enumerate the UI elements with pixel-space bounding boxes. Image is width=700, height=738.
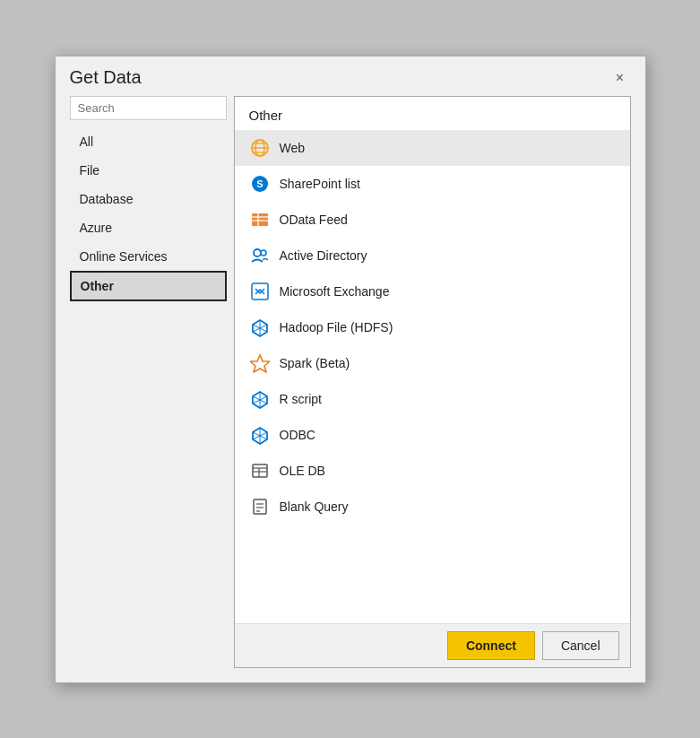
sharepoint-icon: S <box>249 173 271 195</box>
active-directory-icon <box>249 245 271 266</box>
sidebar-item-other[interactable]: Other <box>70 271 227 301</box>
list-item-sharepoint[interactable]: S SharePoint list <box>235 166 630 202</box>
hadoop-icon <box>249 317 271 338</box>
item-list: Web S SharePoint list <box>235 130 630 623</box>
content-panel: Other Web <box>234 96 631 668</box>
list-item-label-web: Web <box>280 141 306 155</box>
connect-button[interactable]: Connect <box>447 631 535 660</box>
odata-icon <box>249 209 271 230</box>
list-item-ole-db[interactable]: OLE DB <box>235 453 630 489</box>
list-item-r-script[interactable]: R script <box>235 381 630 417</box>
list-item-label-spark: Spark (Beta) <box>280 356 350 370</box>
list-item-label-active-directory: Active Directory <box>280 248 367 263</box>
list-item-label-odbc: ODBC <box>280 428 315 442</box>
list-item-web[interactable]: Web <box>235 130 630 166</box>
svg-rect-27 <box>253 465 267 477</box>
list-item-active-directory[interactable]: Active Directory <box>235 238 630 273</box>
search-input[interactable] <box>70 96 227 120</box>
dialog-body: All File Database Azure Online Services … <box>56 96 645 682</box>
list-item-blank-query[interactable]: Blank Query <box>235 489 630 525</box>
blank-query-icon <box>249 496 271 517</box>
list-item-label-r-script: R script <box>280 392 322 406</box>
list-item-label-hadoop: Hadoop File (HDFS) <box>280 320 393 334</box>
ole-db-icon <box>249 460 271 482</box>
odbc-icon <box>249 424 271 446</box>
list-item-odbc[interactable]: ODBC <box>235 417 630 453</box>
close-button[interactable]: × <box>609 67 631 89</box>
get-data-dialog: Get Data × All File Database Azure Onlin… <box>55 56 646 683</box>
svg-marker-18 <box>250 355 270 372</box>
sidebar-item-database[interactable]: Database <box>70 185 227 213</box>
list-item-label-sharepoint: SharePoint list <box>280 177 360 191</box>
sidebar-item-all[interactable]: All <box>70 127 227 156</box>
web-icon <box>249 137 271 159</box>
list-item-spark[interactable]: Spark (Beta) <box>235 345 630 381</box>
dialog-titlebar: Get Data × <box>56 56 645 96</box>
exchange-icon <box>249 281 271 302</box>
list-item-label-blank-query: Blank Query <box>280 499 349 514</box>
list-item-exchange[interactable]: Microsoft Exchange <box>235 273 630 309</box>
list-item-hadoop[interactable]: Hadoop File (HDFS) <box>235 309 630 345</box>
sidebar-item-azure[interactable]: Azure <box>70 213 227 242</box>
svg-point-11 <box>254 249 261 256</box>
dialog-title: Get Data <box>70 67 142 88</box>
list-item-label-exchange: Microsoft Exchange <box>280 284 390 299</box>
list-item-label-ole-db: OLE DB <box>280 464 325 478</box>
svg-rect-7 <box>252 213 268 226</box>
spark-icon <box>249 352 271 374</box>
list-item-label-odata: OData Feed <box>280 213 348 227</box>
svg-rect-13 <box>252 283 268 300</box>
sidebar-item-online-services[interactable]: Online Services <box>70 242 227 271</box>
sidebar-item-file[interactable]: File <box>70 156 227 185</box>
sidebar: All File Database Azure Online Services … <box>70 96 227 668</box>
list-item-odata[interactable]: OData Feed <box>235 202 630 238</box>
r-script-icon <box>249 388 271 410</box>
svg-text:S: S <box>256 178 263 189</box>
content-header: Other <box>235 97 630 130</box>
dialog-footer: Connect Cancel <box>235 623 630 667</box>
cancel-button[interactable]: Cancel <box>542 631 619 660</box>
